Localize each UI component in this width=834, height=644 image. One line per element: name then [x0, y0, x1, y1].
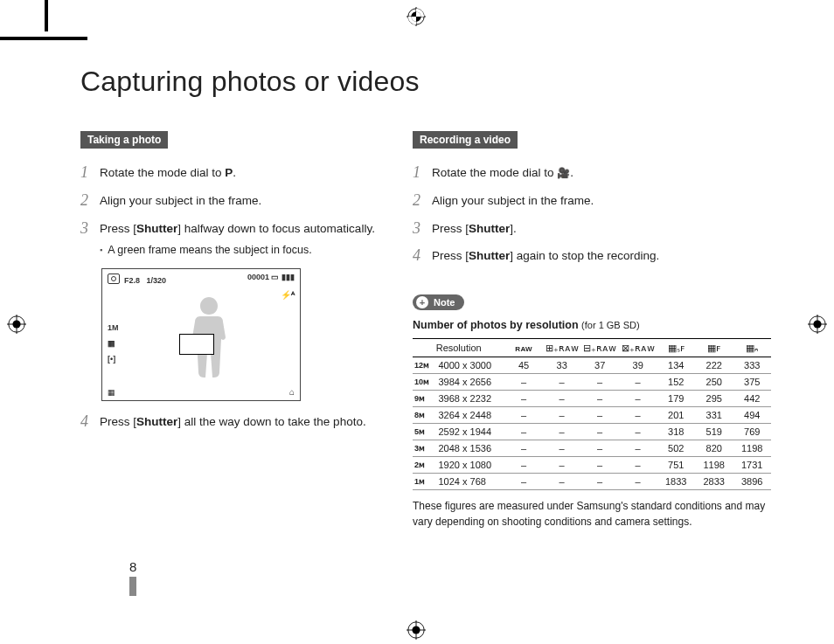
value-cell: 442 — [733, 391, 771, 407]
value-cell: – — [543, 407, 581, 424]
value-cell: 1731 — [733, 457, 771, 474]
value-cell: 1198 — [733, 440, 771, 457]
value-cell: 250 — [695, 374, 733, 391]
value-cell: – — [543, 474, 581, 490]
value-cell: – — [543, 374, 581, 391]
camera-lcd-preview: F2.8 1/320 00001 ▭ ▮▮▮ ⚡ᴬ 1M ▦ [•] — [101, 268, 301, 401]
value-cell: 519 — [695, 424, 733, 440]
crop-mark — [45, 0, 48, 31]
step-number: 1 — [413, 164, 432, 182]
step-item: 1 Rotate the mode dial to P. — [80, 164, 378, 182]
steps-photo-cont: 4 Press [Shutter] all the way down to ta… — [80, 413, 378, 431]
value-cell: 222 — [695, 357, 733, 374]
step-number: 3 — [413, 220, 432, 238]
value-cell: 39 — [619, 357, 657, 374]
value-cell: – — [619, 407, 657, 424]
value-cell: 134 — [657, 357, 695, 374]
table-footer-note: These figures are measured under Samsung… — [413, 499, 771, 530]
grid-icon: ▦ — [108, 388, 115, 397]
step-number: 4 — [413, 247, 432, 265]
value-cell: – — [619, 440, 657, 457]
value-cell: – — [504, 474, 543, 490]
dimension-cell: 3984 x 2656 — [436, 374, 504, 391]
dimension-cell: 2048 x 1536 — [436, 440, 504, 457]
page-number: 8 — [129, 559, 136, 596]
home-icon: ⌂ — [289, 387, 295, 397]
value-cell: 2833 — [695, 474, 733, 490]
value-cell: 45 — [504, 357, 543, 374]
registration-mark-icon — [808, 315, 827, 334]
th-format-icon: ⊞₊ʀᴀᴡ — [543, 339, 581, 357]
table-row: 9ᴍ3968 x 2232––––179295442 — [413, 391, 771, 407]
th-format-icon: RAW — [504, 339, 543, 357]
step-number: 3 — [80, 220, 100, 238]
size-icon: 12ᴍ — [413, 357, 436, 374]
value-cell: 152 — [657, 374, 695, 391]
value-cell: 751 — [657, 457, 695, 474]
step-item: 4 Press [Shutter] again to stop the reco… — [413, 247, 771, 265]
size-icon: 2ᴍ — [413, 457, 436, 474]
value-cell: 1198 — [695, 457, 733, 474]
step-item: 1 Rotate the mode dial to 🎥. — [413, 164, 771, 182]
resolution-table: Resolution RAW ⊞₊ʀᴀᴡ ⊟₊ʀᴀᴡ ⊠₊ʀᴀᴡ ▦ₛꜰ ▦ꜰ … — [413, 338, 771, 490]
value-cell: – — [619, 391, 657, 407]
note-pill: + Note — [413, 294, 464, 310]
value-cell: 33 — [543, 357, 581, 374]
page-number-bar-icon — [129, 577, 136, 596]
note-title: Number of photos by resolution (for 1 GB… — [413, 319, 771, 331]
th-resolution: Resolution — [413, 339, 504, 357]
value-cell: – — [543, 424, 581, 440]
value-cell: – — [580, 474, 619, 490]
table-row: 12ᴍ4000 x 300045333739134222333 — [413, 357, 771, 374]
table-row: 10ᴍ3984 x 2656––––152250375 — [413, 374, 771, 391]
value-cell: – — [580, 407, 619, 424]
value-cell: – — [504, 457, 543, 474]
dimension-cell: 4000 x 3000 — [436, 357, 504, 374]
flash-auto-icon: ⚡ᴬ — [281, 290, 295, 300]
lcd-shutter: 1/320 — [147, 276, 167, 285]
page-title: Capturing photos or videos — [80, 66, 771, 98]
video-mode-icon: 🎥 — [557, 166, 570, 181]
value-cell: 201 — [657, 407, 695, 424]
size-icon: 8ᴍ — [413, 407, 436, 424]
dimension-cell: 3968 x 2232 — [436, 391, 504, 407]
th-format-icon: ▦ₙ — [733, 339, 771, 357]
autofocus-frame-icon — [179, 334, 214, 355]
table-row: 3ᴍ2048 x 1536––––5028201198 — [413, 440, 771, 457]
dimension-cell: 3264 x 2448 — [436, 407, 504, 424]
table-row: 5ᴍ2592 x 1944––––318519769 — [413, 424, 771, 440]
metering-icon: [•] — [108, 351, 119, 367]
value-cell: – — [504, 407, 543, 424]
size-icon: 10ᴍ — [413, 374, 436, 391]
th-format-icon: ▦ꜰ — [695, 339, 733, 357]
section-tag-video: Recording a video — [413, 131, 518, 149]
size-icon: 5ᴍ — [413, 424, 436, 440]
card-icon: ▭ — [271, 273, 279, 281]
value-cell: – — [543, 391, 581, 407]
registration-mark-icon — [407, 620, 426, 640]
note-label: Note — [434, 297, 455, 308]
value-cell: 375 — [733, 374, 771, 391]
step-number: 2 — [413, 192, 432, 210]
mode-p-icon: P — [225, 166, 233, 179]
value-cell: – — [619, 424, 657, 440]
value-cell: – — [580, 440, 619, 457]
battery-icon: ▮▮▮ — [281, 273, 295, 281]
step-item: 2 Align your subject in the frame. — [80, 192, 378, 210]
step-item: 4 Press [Shutter] all the way down to ta… — [80, 413, 378, 431]
dimension-cell: 1920 x 1080 — [436, 457, 504, 474]
value-cell: 318 — [657, 424, 695, 440]
step-item: 2 Align your subject in the frame. — [413, 192, 771, 210]
value-cell: – — [504, 440, 543, 457]
plus-icon: + — [416, 296, 428, 308]
mode-icon — [108, 274, 120, 284]
value-cell: 1833 — [657, 474, 695, 490]
size-icon: 3ᴍ — [413, 440, 436, 457]
quality-icon: ▦ — [108, 336, 119, 351]
value-cell: – — [580, 391, 619, 407]
value-cell: – — [543, 457, 581, 474]
value-cell: 295 — [695, 391, 733, 407]
value-cell: – — [543, 440, 581, 457]
table-row: 8ᴍ3264 x 2448––––201331494 — [413, 407, 771, 424]
step-number: 1 — [80, 164, 100, 182]
